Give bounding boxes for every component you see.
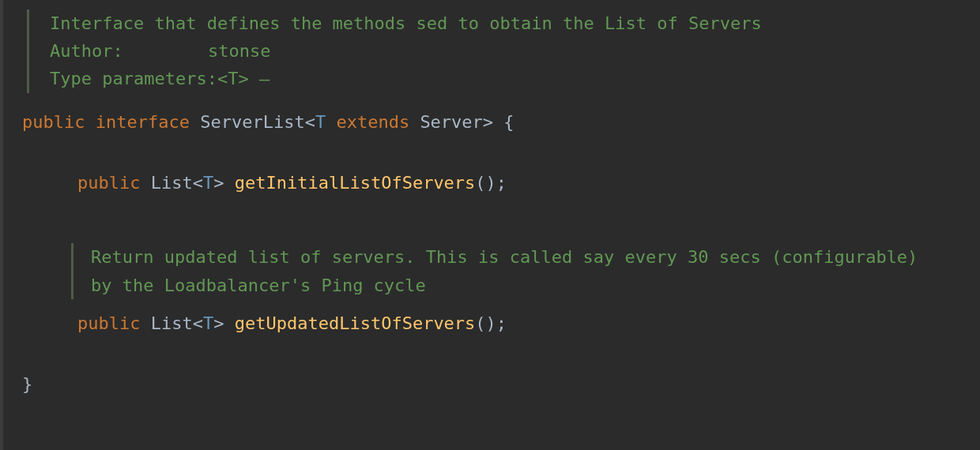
keyword-extends: extends [336,112,409,132]
closing-brace[interactable]: } [22,369,980,399]
blank-line [22,137,980,168]
parens-semi: (); [475,313,507,333]
brace-open: { [493,112,514,132]
javadoc-author-row: Author: stonse [50,37,980,65]
blank-line [22,197,980,229]
method-javadoc: Return updated list of servers. This is … [71,243,940,298]
method1-declaration[interactable]: public List<T> getInitialListOfServers()… [22,168,980,197]
keyword-public: public [77,173,140,193]
generic-t: T [315,112,326,132]
angle-open: < [193,313,203,333]
method-getinitial: getInitialListOfServers [235,173,476,193]
angle-open: < [305,112,315,132]
angle-close: > [483,112,493,132]
method2-declaration[interactable]: public List<T> getUpdatedListOfServers()… [22,309,980,338]
generic-t: T [203,173,213,193]
javadoc-typeparams-row: Type parameters: <T> – [50,65,980,92]
javadoc-author-value: stonse [208,37,270,65]
type-server: Server [420,112,482,132]
brace-close: } [22,374,32,394]
class-javadoc: Interface that defines the methods sed t… [27,9,980,93]
keyword-public: public [22,112,85,132]
angle-close: > [213,173,224,193]
method-getupdated: getUpdatedListOfServers [235,313,476,333]
type-serverlist: ServerList [200,112,304,132]
keyword-public: public [77,313,140,333]
parens-semi: (); [475,173,507,193]
generic-t: T [203,313,213,333]
javadoc-typeparams-value: <T> – [217,65,270,92]
type-list: List [151,313,193,333]
method-javadoc-text: Return updated list of servers. This is … [91,247,918,294]
type-list: List [151,173,193,193]
code-editor[interactable]: Interface that defines the methods sed t… [0,0,980,399]
javadoc-description: Interface that defines the methods sed t… [50,9,980,37]
keyword-interface: interface [96,112,190,132]
interface-declaration[interactable]: public interface ServerList<T extends Se… [22,107,980,137]
javadoc-author-label: Author: [50,37,208,65]
blank-line [22,338,980,369]
javadoc-typeparams-label: Type parameters: [50,65,217,92]
angle-close: > [213,313,224,333]
gutter-stripe [0,0,3,450]
angle-open: < [193,173,203,193]
